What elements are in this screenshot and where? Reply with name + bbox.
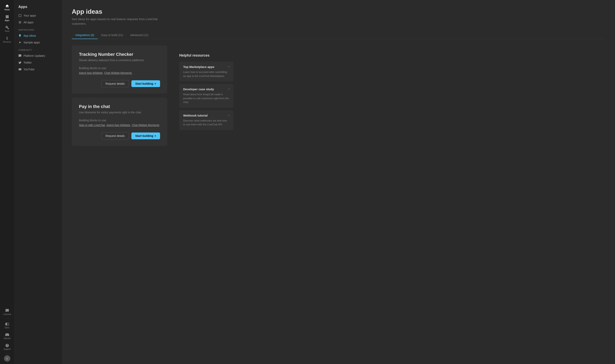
bulb-icon (18, 34, 22, 37)
tools-label: Tools (5, 30, 9, 32)
card-2-bb-label: Building blocks to use: (79, 119, 160, 122)
sidebar-divider-bottom (4, 353, 10, 354)
window-icon (18, 14, 22, 17)
arrow-right-icon (18, 41, 22, 44)
home-label: Home (4, 9, 10, 11)
sample-apps-label: Sample apps (24, 41, 40, 44)
plus-icon-2: + (155, 134, 156, 137)
helpful-resources-title: Helpful resources (179, 53, 233, 58)
resource-2-title: Developer case study (183, 88, 229, 91)
twitter-icon (18, 61, 22, 64)
external-link-icon-1: ↗ (227, 65, 230, 68)
all-apps-label: All apps (24, 21, 33, 24)
nav-item-youtube[interactable]: YouTube (14, 66, 62, 73)
discord-icon (5, 333, 9, 337)
link-chat-widget-moments-2[interactable]: Chat Widget Moments (132, 124, 160, 127)
external-link-icon-2: ↗ (227, 88, 230, 91)
nav-item-platform-updates[interactable]: Platform Updates (14, 52, 62, 59)
docs-label: Docs (5, 326, 9, 329)
tab-advanced[interactable]: Advanced (11) (127, 31, 152, 39)
card-2-desc: Use Moments for visitor payments right i… (79, 111, 160, 114)
card-2-title: Pay in the chat (79, 104, 160, 109)
nav-item-your-apps[interactable]: Your apps (14, 12, 62, 19)
revenue-label: Revenue (3, 41, 11, 43)
link-chat-widget-moments-1[interactable]: Chat Widget Moments (104, 71, 132, 75)
plus-icon-1: + (155, 82, 156, 85)
nav-item-sample-apps[interactable]: Sample apps (14, 39, 62, 46)
page-subtitle: See ideas for apps based on real feature… (72, 17, 167, 26)
support-icon (5, 343, 9, 348)
card-2-bb-links: Sign in with LiveChat, Agent App Widgets… (79, 124, 160, 127)
sidebar-item-revenue[interactable]: Revenue (1, 35, 13, 45)
nav-item-twitter[interactable]: Twitter (14, 59, 62, 66)
resource-1-title: Top Marketplace apps (183, 65, 229, 68)
tab-easy-to-build[interactable]: Easy to build (21) (98, 31, 127, 39)
right-sidebar: Helpful resources Top Marketplace apps L… (174, 45, 238, 138)
community-section-label: Community (14, 46, 62, 52)
sidebar-item-discord[interactable]: Discord (1, 331, 13, 341)
resource-card-webhook-tutorial[interactable]: Webhook tutorial Discover what webhooks … (179, 110, 233, 130)
sidebar-item-livechat[interactable]: LiveChat (1, 307, 13, 317)
link-agent-app-widgets-1[interactable]: Agent App Widgets (79, 71, 103, 75)
nav-sidebar: Apps Your apps All apps Inspirations App… (14, 0, 62, 364)
support-label: Support (4, 348, 11, 350)
platform-updates-label: Platform Updates (24, 54, 45, 57)
icon-sidebar: Home Apps Tools Revenue LiveChat Docs Di… (0, 0, 14, 364)
request-details-btn-2[interactable]: Request details (101, 132, 129, 140)
inspirations-section-label: Inspirations (14, 26, 62, 32)
tools-icon (5, 26, 9, 29)
resource-3-desc: Discover what webhooks are and how to us… (183, 119, 229, 127)
nav-sidebar-title: Apps (14, 3, 62, 12)
page-title: App ideas (72, 8, 605, 15)
chat-icon (5, 309, 9, 312)
apps-label: Apps (5, 19, 9, 22)
revenue-icon (5, 36, 9, 40)
livechat-label: LiveChat (3, 313, 11, 315)
card-1-bb-links: Agent App Widgets, Chat Widget Moments. (79, 71, 160, 75)
apps-icon (5, 15, 9, 19)
sidebar-item-docs[interactable]: Docs (1, 320, 13, 330)
your-apps-label: Your apps (24, 14, 36, 17)
card-1-title: Tracking Number Checker (79, 52, 160, 57)
tab-integrations[interactable]: Integrations (6) (72, 31, 98, 39)
tabs: Integrations (6) Easy to build (21) Adva… (72, 31, 605, 39)
main-content: App ideas See ideas for apps based on re… (62, 0, 615, 364)
link-sign-in-livechat[interactable]: Sign in with LiveChat (79, 124, 105, 127)
external-link-icon-3: ↗ (227, 114, 230, 117)
twitter-label: Twitter (24, 61, 32, 64)
resource-3-title: Webhook tutorial (183, 114, 229, 117)
nav-item-all-apps[interactable]: All apps (14, 19, 62, 26)
start-building-btn-2[interactable]: Start building + (131, 132, 160, 139)
home-icon (5, 4, 9, 8)
card-1-desc: Shows delivery statuses from e-commerce … (79, 59, 160, 62)
request-details-btn-1[interactable]: Request details (101, 80, 129, 87)
start-building-btn-1[interactable]: Start building + (131, 80, 160, 87)
card-pay-in-chat: Pay in the chat Use Moments for visitor … (72, 98, 167, 146)
card-1-actions: Request details Start building + (79, 80, 160, 87)
card-tracking-number: Tracking Number Checker Shows delivery s… (72, 45, 167, 94)
resource-1-desc: Learn how to succeed after submitting an… (183, 70, 229, 78)
sidebar-item-apps[interactable]: Apps (1, 13, 13, 23)
grid-icon (18, 21, 22, 24)
youtube-icon (18, 68, 22, 71)
cards-grid: Tracking Number Checker Shows delivery s… (72, 45, 167, 146)
comment-icon (18, 54, 22, 57)
link-agent-app-widgets-2[interactable]: Agent App Widgets (107, 124, 130, 127)
sidebar-divider (4, 319, 10, 319)
sidebar-item-support[interactable]: Support (1, 342, 13, 352)
sidebar-item-tools[interactable]: Tools (1, 24, 13, 34)
nav-item-app-ideas[interactable]: App ideas (14, 32, 62, 39)
card-1-bb-label: Building blocks to use: (79, 66, 160, 70)
sidebar-item-home[interactable]: Home (1, 2, 13, 12)
docs-icon (5, 322, 9, 326)
resource-card-developer-case-study[interactable]: Developer case study Read about how Snap… (179, 84, 233, 108)
discord-label: Discord (4, 337, 11, 339)
youtube-label: YouTube (24, 68, 35, 71)
app-ideas-label: App ideas (24, 34, 36, 37)
card-2-actions: Request details Start building + (79, 132, 160, 140)
resource-card-top-marketplace[interactable]: Top Marketplace apps Learn how to succee… (179, 62, 233, 81)
user-avatar[interactable]: U (4, 355, 10, 362)
resource-2-desc: Read about how SnapCall made it possible… (183, 92, 229, 104)
